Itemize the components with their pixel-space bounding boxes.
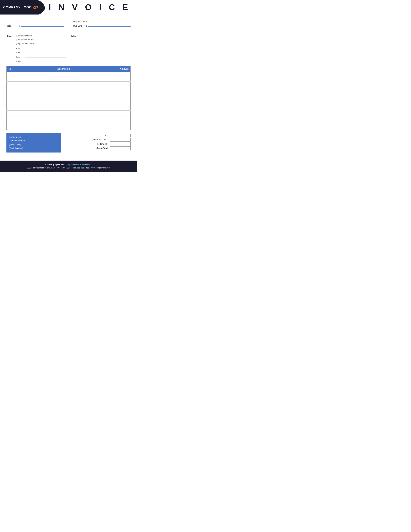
grand-total-input[interactable] bbox=[110, 146, 131, 150]
client-phone-label: Phone bbox=[16, 51, 23, 54]
row-amount[interactable] bbox=[111, 125, 131, 130]
row-no[interactable] bbox=[7, 76, 16, 81]
row-description[interactable] bbox=[16, 91, 111, 96]
row-description[interactable] bbox=[16, 96, 111, 101]
client-fax-value[interactable] bbox=[26, 55, 66, 58]
no-colon: : bbox=[19, 20, 20, 23]
client-email-colon: : bbox=[24, 60, 25, 63]
row-description[interactable] bbox=[16, 105, 111, 110]
row-description[interactable] bbox=[16, 81, 111, 86]
row-no[interactable] bbox=[7, 120, 16, 125]
row-description[interactable] bbox=[16, 110, 111, 115]
client-fax-colon: : bbox=[24, 56, 25, 58]
row-no[interactable] bbox=[7, 110, 16, 115]
row-amount[interactable] bbox=[111, 110, 131, 115]
row-amount[interactable] bbox=[111, 115, 131, 120]
payment-block: Payment to : [Company Name] [Bank Name] … bbox=[6, 133, 61, 152]
row-no[interactable] bbox=[7, 101, 16, 105]
job-line-4[interactable] bbox=[78, 46, 131, 49]
row-amount[interactable] bbox=[111, 76, 131, 81]
client-attn-row: Attn : bbox=[16, 46, 66, 49]
client-block: Client : [Company Name] [Company Address… bbox=[6, 35, 66, 63]
client-attn-value[interactable] bbox=[26, 46, 66, 49]
job-line-5[interactable] bbox=[78, 50, 131, 53]
footer: Company System Inc. | http://freewordtem… bbox=[0, 161, 137, 172]
job-label: Job : bbox=[71, 35, 76, 63]
row-amount[interactable] bbox=[111, 105, 131, 110]
job-line-2[interactable] bbox=[78, 38, 131, 41]
row-amount[interactable] bbox=[111, 81, 131, 86]
row-no[interactable] bbox=[7, 81, 16, 86]
table-row bbox=[7, 115, 131, 120]
footer-website[interactable]: http://freewordtemplates.net/ bbox=[67, 163, 92, 166]
row-no[interactable] bbox=[7, 115, 16, 120]
row-description[interactable] bbox=[16, 86, 111, 91]
row-description[interactable] bbox=[16, 101, 111, 105]
state-tax-label: State Tax bbox=[84, 139, 102, 141]
client-fields: [Company Name] [Company Address] [City, … bbox=[16, 35, 66, 63]
no-label: No bbox=[6, 20, 19, 23]
row-no[interactable] bbox=[7, 105, 16, 110]
table-row bbox=[7, 101, 131, 105]
job-line-1[interactable] bbox=[78, 35, 131, 38]
no-input[interactable] bbox=[21, 19, 64, 22]
client-attn-label: Attn bbox=[16, 47, 23, 49]
job-block: Job : bbox=[71, 35, 131, 63]
total-label: Total bbox=[90, 134, 108, 137]
due-date-input[interactable] bbox=[88, 24, 131, 27]
state-tax-input[interactable] bbox=[110, 138, 131, 142]
client-address[interactable]: [Company Address] bbox=[16, 38, 66, 41]
row-amount[interactable] bbox=[111, 120, 131, 125]
payment-terms-input[interactable] bbox=[90, 19, 131, 22]
logo-icon bbox=[33, 6, 38, 9]
row-description[interactable] bbox=[16, 72, 111, 76]
payment-terms-colon: : bbox=[88, 20, 88, 23]
client-label: Client : bbox=[6, 35, 15, 63]
row-amount[interactable] bbox=[111, 101, 131, 105]
table-row bbox=[7, 81, 131, 86]
row-description[interactable] bbox=[16, 115, 111, 120]
job-line-3[interactable] bbox=[78, 42, 131, 45]
row-amount[interactable] bbox=[111, 91, 131, 96]
logo-text: COMPANY LOGO bbox=[3, 6, 32, 9]
row-description[interactable] bbox=[16, 76, 111, 81]
client-email-row: Email : bbox=[16, 59, 66, 63]
payment-terms-label: Payment Terms bbox=[73, 20, 88, 23]
client-city[interactable]: [City, ST, ZIP Code] bbox=[16, 42, 66, 45]
client-phone-colon: : bbox=[24, 51, 25, 54]
client-email-value[interactable] bbox=[26, 59, 66, 62]
col-no-header: No bbox=[7, 66, 16, 72]
date-field: Date : bbox=[6, 24, 64, 27]
row-no[interactable] bbox=[7, 72, 16, 76]
row-description[interactable] bbox=[16, 125, 111, 130]
row-amount[interactable] bbox=[111, 72, 131, 76]
client-company-name[interactable]: [Company Name] bbox=[16, 35, 66, 38]
federal-tax-row: Federal Tax bbox=[65, 142, 131, 146]
table-row bbox=[7, 91, 131, 96]
federal-tax-label: Federal Tax bbox=[90, 143, 108, 145]
payment-company-name: [Company Name] bbox=[9, 139, 59, 142]
footer-line-1: Company System Inc. | http://freewordtem… bbox=[3, 163, 134, 166]
table-row bbox=[7, 86, 131, 91]
payment-bank-account: [Bank Account] bbox=[9, 146, 59, 150]
due-date-label: Due Date bbox=[73, 25, 86, 27]
row-no[interactable] bbox=[7, 91, 16, 96]
table-row bbox=[7, 105, 131, 110]
client-phone-value[interactable] bbox=[26, 50, 66, 53]
total-input[interactable] bbox=[110, 134, 131, 137]
grand-total-label: Grand Total bbox=[90, 147, 108, 149]
row-amount[interactable] bbox=[111, 96, 131, 101]
form-section: No : Payment Terms : Date : Due Date : bbox=[0, 15, 137, 30]
date-input[interactable] bbox=[21, 24, 64, 27]
date-label: Date bbox=[6, 25, 19, 27]
row-amount[interactable] bbox=[111, 86, 131, 91]
client-phone-row: Phone : bbox=[16, 50, 66, 54]
row-description[interactable] bbox=[16, 120, 111, 125]
client-company-name-row: [Company Name] bbox=[16, 35, 66, 38]
row-no[interactable] bbox=[7, 86, 16, 91]
table-header-row: No Description Amount bbox=[7, 66, 131, 72]
row-no[interactable] bbox=[7, 96, 16, 101]
table-row bbox=[7, 72, 131, 76]
federal-tax-input[interactable] bbox=[110, 142, 131, 146]
row-no[interactable] bbox=[7, 125, 16, 130]
